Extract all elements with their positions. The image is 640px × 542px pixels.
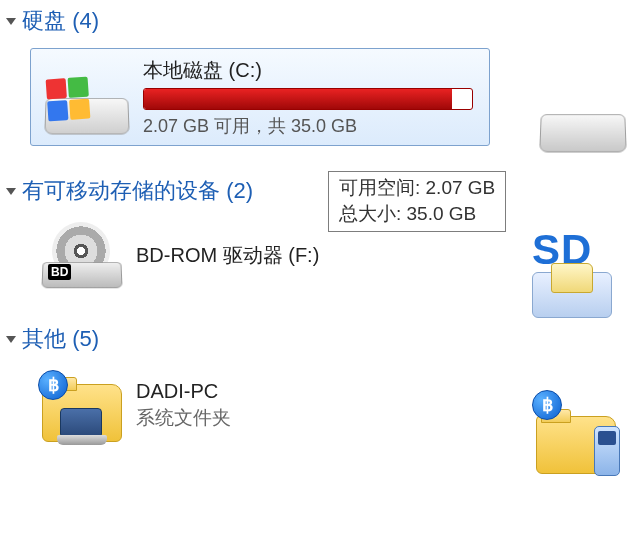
section-header-hdd[interactable]: 硬盘 (4) <box>0 0 640 42</box>
hdd-system-icon <box>39 56 135 138</box>
drive-name: 本地磁盘 (C:) <box>143 57 479 84</box>
drive-usage-text: 2.07 GB 可用，共 35.0 GB <box>143 114 479 138</box>
bdrom-icon: BD <box>38 220 126 290</box>
chevron-down-icon <box>6 18 16 25</box>
section-header-removable[interactable]: 有可移动存储的设备 (2) <box>0 170 640 212</box>
sd-card-item[interactable]: SD <box>532 226 628 326</box>
tooltip-free: 可用空间: 2.07 GB <box>339 175 495 201</box>
drive-c-info: 本地磁盘 (C:) 2.07 GB 可用，共 35.0 GB <box>143 57 479 138</box>
usage-bar <box>143 88 473 110</box>
dadi-name: DADI-PC <box>136 380 231 403</box>
bluetooth-phone-item[interactable]: ฿ <box>532 388 628 478</box>
tooltip-total: 总大小: 35.0 GB <box>339 201 495 227</box>
section-label: 其他 (5) <box>22 324 99 354</box>
usage-bar-fill <box>144 89 452 109</box>
dadi-subtype: 系统文件夹 <box>136 405 231 431</box>
section-label: 硬盘 (4) <box>22 6 99 36</box>
section-label: 有可移动存储的设备 (2) <box>22 176 253 206</box>
bluetooth-icon: ฿ <box>532 390 562 420</box>
sd-reader-icon <box>532 272 612 318</box>
bluetooth-laptop-folder-icon: ฿ <box>38 368 126 442</box>
chevron-down-icon <box>6 188 16 195</box>
drive-c-item[interactable]: 本地磁盘 (C:) 2.07 GB 可用，共 35.0 GB <box>30 48 490 146</box>
phone-icon <box>594 426 620 476</box>
drive-tooltip: 可用空间: 2.07 GB 总大小: 35.0 GB <box>328 171 506 232</box>
chevron-down-icon <box>6 336 16 343</box>
bluetooth-icon: ฿ <box>38 370 68 400</box>
bdrom-label: BD-ROM 驱动器 (F:) <box>136 242 319 269</box>
bd-badge: BD <box>48 264 71 280</box>
hdd-icon[interactable] <box>540 92 628 154</box>
